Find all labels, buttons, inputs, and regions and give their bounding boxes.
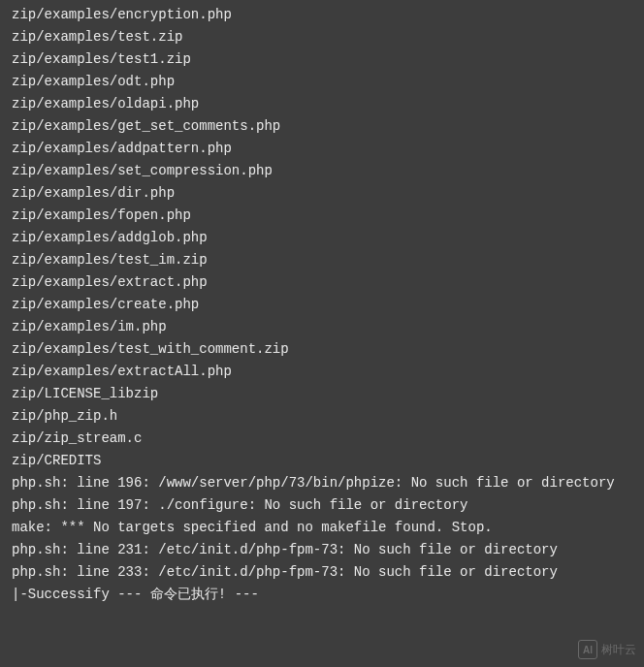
terminal-line: php.sh: line 196: /www/server/php/73/bin… [12,472,632,494]
terminal-line: zip/examples/dir.php [12,182,632,205]
terminal-line: zip/examples/addglob.php [12,227,632,249]
terminal-line: zip/examples/create.php [12,294,632,316]
terminal-line: |-Successify --- 命令已执行! --- [12,584,632,606]
terminal-line: zip/examples/encryption.php [12,4,632,26]
terminal-line: zip/examples/extract.php [12,271,632,294]
terminal-line: zip/CREDITS [12,450,632,472]
terminal-line: zip/examples/addpattern.php [12,138,632,160]
terminal-line: zip/examples/get_set_comments.php [12,115,632,138]
terminal-line: zip/examples/oldapi.php [12,93,632,115]
terminal-line: zip/zip_stream.c [12,428,632,450]
terminal-line: zip/examples/test_im.zip [12,249,632,271]
terminal-line: zip/examples/set_compression.php [12,160,632,182]
terminal-line: zip/php_zip.h [12,405,632,428]
terminal-line: zip/examples/test.zip [12,26,632,48]
terminal-output[interactable]: zip/examples/encryption.phpzip/examples/… [0,0,644,667]
terminal-line: zip/LICENSE_libzip [12,383,632,405]
terminal-line: zip/examples/test1.zip [12,48,632,71]
terminal-line: zip/examples/im.php [12,316,632,338]
terminal-line: zip/examples/test_with_comment.zip [12,338,632,361]
terminal-line: zip/examples/extractAll.php [12,361,632,383]
terminal-line: php.sh: line 231: /etc/init.d/php-fpm-73… [12,539,632,561]
terminal-line: php.sh: line 197: ./configure: No such f… [12,494,632,517]
terminal-line: php.sh: line 233: /etc/init.d/php-fpm-73… [12,561,632,584]
terminal-line: make: *** No targets specified and no ma… [12,517,632,539]
terminal-line: zip/examples/fopen.php [12,205,632,227]
terminal-line: zip/examples/odt.php [12,71,632,93]
